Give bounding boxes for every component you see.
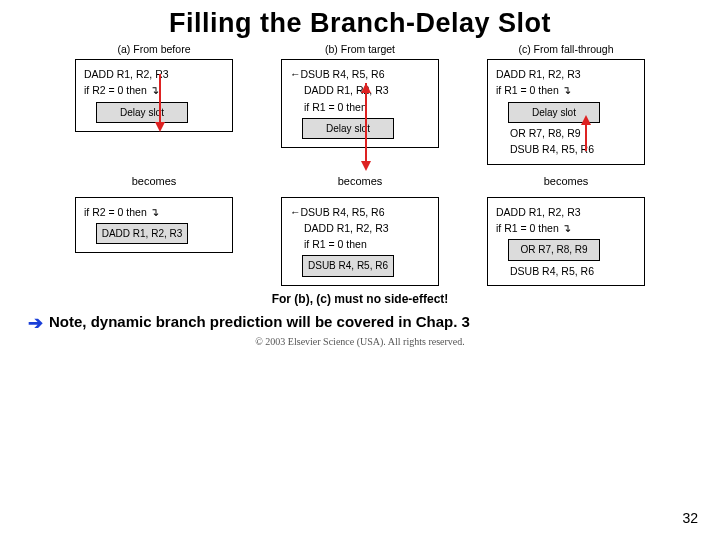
- becomes-b: becomes: [338, 175, 383, 187]
- note-text: Note, dynamic branch prediction will be …: [49, 313, 470, 330]
- code-line: ←DSUB R4, R5, R6: [290, 204, 430, 220]
- code-line: DADD R1, R2, R3: [496, 66, 636, 82]
- delay-slot: DADD R1, R2, R3: [96, 223, 188, 245]
- caption: For (b), (c) must no side-effect!: [0, 292, 720, 306]
- note-line: ➔Note, dynamic branch prediction will be…: [28, 312, 720, 334]
- becomes-c: becomes: [544, 175, 589, 187]
- code-line: if R2 = 0 then↴: [84, 204, 224, 220]
- code-line: if R1 = 0 then: [290, 236, 430, 252]
- slide-title: Filling the Branch-Delay Slot: [0, 8, 720, 39]
- copyright: © 2003 Elsevier Science (USA). All right…: [0, 336, 720, 347]
- box-c-bottom: DADD R1, R2, R3 if R1 = 0 then↴ OR R7, R…: [487, 197, 645, 286]
- red-arrow-c-icon: [578, 115, 594, 151]
- box-b-bottom: ←DSUB R4, R5, R6 DADD R1, R2, R3 if R1 =…: [281, 197, 439, 286]
- page-number: 32: [682, 510, 698, 526]
- column-labels-row: (a) From before (b) From target (c) From…: [60, 43, 660, 59]
- red-arrow-a-icon: [152, 74, 168, 132]
- col-c-label: (c) From fall-through: [518, 43, 613, 55]
- delay-slot: Delay slot: [302, 118, 394, 140]
- delay-slot: Delay slot: [96, 102, 188, 124]
- becomes-a: becomes: [132, 175, 177, 187]
- code-line: if R1 = 0 then↴: [496, 220, 636, 236]
- svg-marker-1: [155, 122, 165, 132]
- delay-slot: DSUB R4, R5, R6: [302, 255, 394, 277]
- code-line: DSUB R4, R5, R6: [496, 141, 636, 157]
- code-line: DADD R1, R2, R3: [496, 204, 636, 220]
- code-line: OR R7, R8, R9: [496, 125, 636, 141]
- col-b-label: (b) From target: [325, 43, 395, 55]
- svg-marker-6: [581, 115, 591, 125]
- code-line: if R1 = 0 then↴: [496, 82, 636, 98]
- red-arrow-b-icon: [358, 83, 374, 171]
- col-a-label: (a) From before: [118, 43, 191, 55]
- arrow-right-icon: ➔: [28, 313, 43, 333]
- svg-marker-3: [361, 83, 371, 93]
- code-line: ←DSUB R4, R5, R6: [290, 66, 430, 82]
- delay-slot: OR R7, R8, R9: [508, 239, 600, 261]
- box-a-bottom: if R2 = 0 then↴ DADD R1, R2, R3: [75, 197, 233, 254]
- code-line: DSUB R4, R5, R6: [496, 263, 636, 279]
- bottom-boxes-row: if R2 = 0 then↴ DADD R1, R2, R3 ←DSUB R4…: [60, 197, 660, 286]
- box-c-top: DADD R1, R2, R3 if R1 = 0 then↴ Delay sl…: [487, 59, 645, 165]
- figure: (a) From before (b) From target (c) From…: [60, 43, 660, 286]
- code-line: DADD R1, R2, R3: [290, 220, 430, 236]
- svg-marker-4: [361, 161, 371, 171]
